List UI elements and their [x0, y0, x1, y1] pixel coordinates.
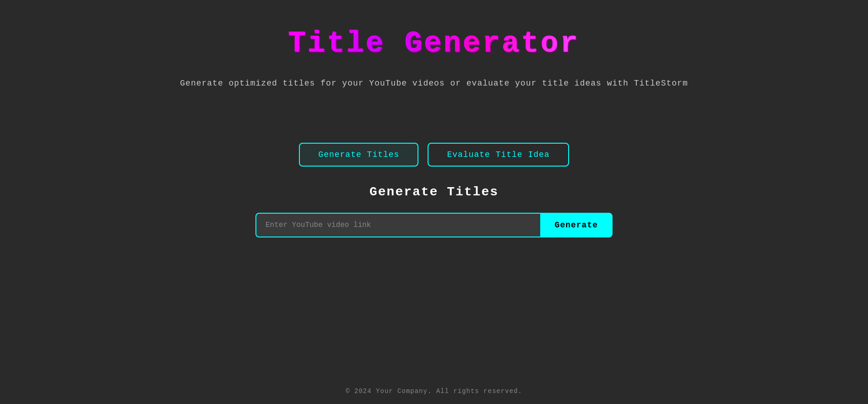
section-heading: Generate Titles	[369, 185, 499, 199]
app-title: Title Generator	[288, 27, 580, 60]
tab-buttons: Generate Titles Evaluate Title Idea	[299, 143, 569, 167]
footer: © 2024 Your Company. All rights reserved…	[0, 378, 868, 404]
tab-evaluate[interactable]: Evaluate Title Idea	[428, 143, 569, 167]
youtube-link-input[interactable]	[255, 213, 540, 237]
input-row: Generate	[255, 213, 613, 237]
app-subtitle: Generate optimized titles for your YouTu…	[180, 79, 688, 88]
main-container: Title Generator Generate optimized title…	[0, 0, 868, 378]
generate-button[interactable]: Generate	[540, 213, 613, 237]
footer-text: © 2024 Your Company. All rights reserved…	[346, 388, 522, 395]
tab-generate[interactable]: Generate Titles	[299, 143, 418, 167]
